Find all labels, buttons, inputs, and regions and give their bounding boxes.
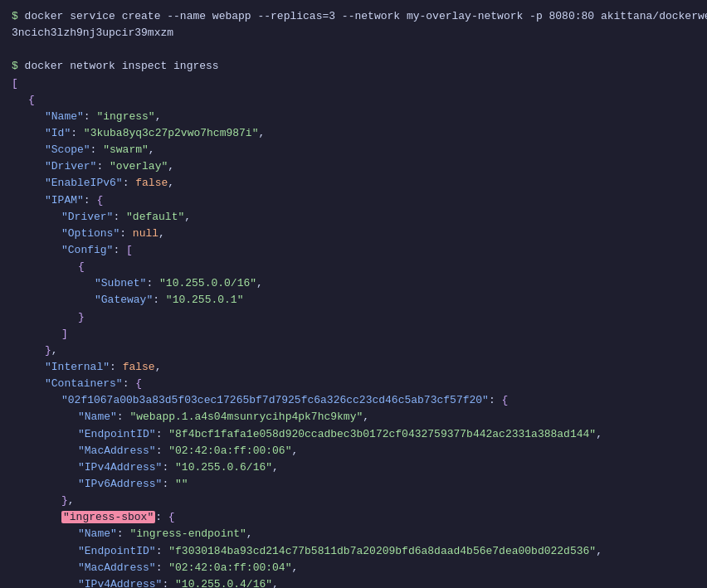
key-is-endpointid: "EndpointID" xyxy=(78,545,156,557)
val-gateway: "10.255.0.1" xyxy=(166,294,244,306)
json-container1-mac: "MacAddress": "02:42:0a:ff:00:06", xyxy=(12,443,695,459)
prompt-1: $ xyxy=(12,10,25,22)
key-internal: "Internal" xyxy=(45,361,110,373)
terminal-window: $ docker service create --name webapp --… xyxy=(12,8,695,588)
json-container1-ipv4: "IPv4Address": "10.255.0.6/16", xyxy=(12,459,695,476)
colon-14: : xyxy=(489,394,502,406)
brace-container1-open: { xyxy=(502,394,509,406)
comma-2: , xyxy=(258,127,265,139)
json-internal-field: "Internal": false, xyxy=(12,359,695,376)
json-array-open: [ xyxy=(12,75,695,92)
json-container1-endpointid: "EndpointID": "8f4bcf1fafa1e058d920ccadb… xyxy=(12,426,695,443)
val-is-ipv4: "10.255.0.4/16" xyxy=(175,578,272,588)
colon-13: : xyxy=(123,377,136,390)
val-c1-ipv4: "10.255.0.6/16" xyxy=(175,461,272,474)
colon-7: : xyxy=(113,211,126,223)
brace-ingresssbox-open: { xyxy=(168,511,175,523)
cmd-2: docker network inspect ingress xyxy=(25,60,219,72)
colon-18: : xyxy=(162,461,175,474)
val-enableipv6: false xyxy=(135,177,168,189)
comma-17: , xyxy=(596,545,602,557)
colon-9: : xyxy=(113,244,126,256)
key-ipam: "IPAM" xyxy=(45,194,84,207)
key-id: "Id" xyxy=(45,127,71,139)
key-is-ipv4: "IPv4Address" xyxy=(78,578,162,588)
comma-4: , xyxy=(168,160,174,173)
json-id-field: "Id": "3kuba8yq3c27p2vwo7hcm987i", xyxy=(12,125,695,142)
key-driver: "Driver" xyxy=(45,160,96,173)
key-c1-endpointid: "EndpointID" xyxy=(78,428,156,440)
key-is-mac: "MacAddress" xyxy=(78,561,156,574)
json-ingresssbox-endpointid: "EndpointID": "f3030184ba93cd214c77b5811… xyxy=(12,543,695,560)
bracket-config-close: ] xyxy=(61,328,68,340)
json-scope-field: "Scope": "swarm", xyxy=(12,142,695,158)
ingress-sbox-highlight: "ingress-sbox" xyxy=(61,511,155,523)
val-subnet: "10.255.0.0/16" xyxy=(159,277,256,289)
val-internal: false xyxy=(123,361,155,373)
val-id: "3kuba8yq3c27p2vwo7hcm987i" xyxy=(84,127,259,139)
colon-23: : xyxy=(156,561,169,574)
colon-10: : xyxy=(146,277,159,289)
val-options: null xyxy=(133,227,158,240)
colon-8: : xyxy=(119,227,133,240)
json-ipam-driver-field: "Driver": "default", xyxy=(12,209,695,226)
json-ingresssbox-mac: "MacAddress": "02:42:0a:ff:00:04", xyxy=(12,560,695,576)
json-container1-ipv6: "IPv6Address": "" xyxy=(12,476,695,493)
json-config-obj-close: } xyxy=(12,309,695,326)
brace-container1-close: } xyxy=(61,494,68,507)
key-enableipv6: "EnableIPv6" xyxy=(45,177,123,189)
val-driver: "overlay" xyxy=(110,160,168,173)
json-container1-name: "Name": "webapp.1.a4s04msunrycihp4pk7hc9… xyxy=(12,409,695,425)
key-c1-name: "Name" xyxy=(78,411,117,423)
colon-11: : xyxy=(153,294,166,306)
key-subnet: "Subnet" xyxy=(95,277,146,289)
comma-5: , xyxy=(168,177,174,189)
json-config-obj-open: { xyxy=(12,259,695,275)
json-driver-field: "Driver": "overlay", xyxy=(12,158,695,175)
command-line-2: $ docker network inspect ingress xyxy=(12,58,695,75)
json-ingresssbox-key: "ingress-sbox": { xyxy=(12,509,695,526)
brace-ipam-close: } xyxy=(45,344,51,357)
comma-16: , xyxy=(246,527,253,540)
json-enableipv6-field: "EnableIPv6": false, xyxy=(12,175,695,192)
comma-15: , xyxy=(68,494,75,507)
key-c1-ipv6: "IPv6Address" xyxy=(78,478,162,490)
comma-13: , xyxy=(291,445,298,457)
comma-8: , xyxy=(256,277,263,289)
command-line-1: $ docker service create --name webapp --… xyxy=(12,8,695,25)
comma-19: , xyxy=(272,578,279,588)
colon-15: : xyxy=(117,411,130,423)
cmd-1: docker service create --name webapp --re… xyxy=(25,10,707,22)
key-name: "Name" xyxy=(45,110,84,123)
key-ipam-driver: "Driver" xyxy=(61,211,113,223)
bracket-open: [ xyxy=(12,77,18,90)
comma-7: , xyxy=(158,227,165,240)
val-ipam-driver: "default" xyxy=(126,211,184,223)
comma-14: , xyxy=(272,461,279,474)
json-containers-open: "Containers": { xyxy=(12,376,695,392)
key-options: "Options" xyxy=(61,227,119,240)
comma-3: , xyxy=(149,143,155,156)
key-config: "Config" xyxy=(61,244,113,256)
json-gateway-field: "Gateway": "10.255.0.1" xyxy=(12,292,695,309)
json-ingresssbox-name: "Name": "ingress-endpoint", xyxy=(12,526,695,542)
json-config-open: "Config": [ xyxy=(12,242,695,259)
colon-6: : xyxy=(84,194,97,207)
key-gateway: "Gateway" xyxy=(95,294,153,306)
comma-12: , xyxy=(596,428,602,440)
json-ingresssbox-ipv4: "IPv4Address": "10.255.0.4/16", xyxy=(12,576,695,588)
val-scope: "swarm" xyxy=(103,143,149,156)
colon-5: : xyxy=(123,177,136,189)
output-line-1: 3ncich3lzh9nj3upcir39mxzm xyxy=(12,25,695,41)
key-c1-mac: "MacAddress" xyxy=(78,445,156,457)
colon-19: : xyxy=(162,478,175,490)
bracket-config-open: [ xyxy=(126,244,133,256)
val-c1-name: "webapp.1.a4s04msunrycihp4pk7hc9kmy" xyxy=(129,411,363,423)
brace-config-close: } xyxy=(78,311,85,323)
json-object-open: { xyxy=(12,92,695,109)
colon-16: : xyxy=(156,428,169,440)
comma-6: , xyxy=(184,211,191,223)
key-is-name: "Name" xyxy=(78,527,117,540)
comma-18: , xyxy=(291,561,298,574)
val-c1-endpointid: "8f4bcf1fafa1e058d920ccadbec3b0172cf0432… xyxy=(168,428,596,440)
